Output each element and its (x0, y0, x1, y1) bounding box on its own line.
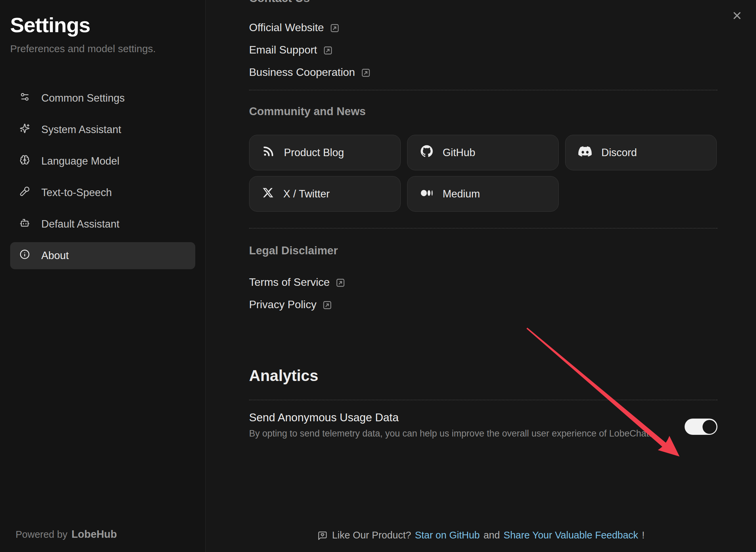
external-link-icon (361, 68, 371, 77)
sidebar-item-system-assistant[interactable]: System Assistant (10, 116, 195, 143)
mic-icon (20, 186, 30, 199)
sidebar-item-label: Common Settings (41, 92, 125, 104)
sidebar-nav: Common Settings System Assistant Languag… (10, 85, 195, 269)
share-feedback-link[interactable]: Share Your Valuable Feedback (504, 530, 638, 541)
legal-links: Terms of Service Privacy Policy (249, 275, 717, 311)
privacy-policy-link[interactable]: Privacy Policy (249, 298, 332, 311)
medium-icon (420, 188, 433, 200)
divider (249, 400, 717, 400)
link-label: Terms of Service (249, 276, 330, 289)
setting-description: By opting to send telemetry data, you ca… (249, 427, 651, 440)
official-website-link[interactable]: Official Website (249, 21, 339, 34)
link-label: Privacy Policy (249, 298, 316, 311)
star-on-github-link[interactable]: Star on GitHub (415, 530, 480, 541)
email-support-link[interactable]: Email Support (249, 43, 333, 57)
community-heading: Community and News (249, 105, 717, 118)
sidebar-item-about[interactable]: About (10, 242, 195, 269)
send-usage-data-toggle[interactable] (685, 419, 717, 435)
powered-by: Powered by LobeHub (16, 528, 117, 540)
discord-icon (578, 146, 592, 160)
external-link-icon (323, 45, 333, 55)
sparkles-icon (20, 123, 30, 136)
discord-button[interactable]: Discord (565, 135, 717, 170)
sidebar-item-label: System Assistant (41, 124, 121, 136)
medium-button[interactable]: Medium (407, 176, 559, 212)
github-button[interactable]: GitHub (407, 135, 559, 170)
toggle-knob (703, 420, 716, 434)
sidebar-item-language-model[interactable]: Language Model (10, 148, 195, 175)
button-label: Product Blog (284, 147, 344, 159)
x-twitter-button[interactable]: X / Twitter (249, 176, 401, 212)
external-link-icon (336, 278, 345, 287)
legal-heading: Legal Disclaimer (249, 244, 717, 257)
contact-us-heading: Contact Us (249, 0, 310, 5)
button-label: Medium (443, 188, 480, 200)
bot-icon (20, 218, 30, 231)
brain-icon (20, 155, 30, 168)
terms-of-service-link[interactable]: Terms of Service (249, 275, 345, 289)
external-link-icon (330, 23, 339, 33)
external-link-icon (323, 300, 332, 310)
about-content: Contact Us Official Website Email Suppor… (249, 0, 717, 440)
footer-text: Like Our Product? (332, 530, 411, 541)
link-label: Email Support (249, 44, 317, 56)
footer-text: and (484, 530, 500, 541)
settings-sidebar: Settings Preferences and model settings.… (0, 0, 206, 552)
send-usage-data-setting: Send Anonymous Usage Data By opting to s… (249, 410, 717, 440)
lobehub-logo[interactable]: LobeHub (71, 528, 117, 540)
rss-icon (262, 145, 274, 160)
github-icon (420, 145, 433, 161)
sidebar-item-common-settings[interactable]: Common Settings (10, 85, 195, 112)
business-cooperation-link[interactable]: Business Cooperation (249, 65, 371, 79)
about-panel: Contact Us Official Website Email Suppor… (206, 0, 756, 552)
button-label: X / Twitter (283, 188, 330, 200)
divider (249, 228, 717, 229)
info-icon (20, 249, 30, 262)
setting-label: Send Anonymous Usage Data (249, 410, 651, 425)
page-subtitle: Preferences and model settings. (10, 43, 195, 55)
sidebar-item-label: Language Model (41, 155, 119, 167)
sliders-icon (20, 92, 30, 105)
link-label: Business Cooperation (249, 66, 355, 79)
page-title: Settings (10, 12, 195, 38)
sidebar-item-label: About (41, 250, 69, 262)
x-twitter-icon (262, 187, 274, 201)
analytics-heading: Analytics (249, 366, 717, 385)
sidebar-item-label: Text-to-Speech (41, 187, 112, 199)
contact-links: Official Website Email Support Business … (249, 21, 717, 79)
button-label: Discord (601, 147, 637, 159)
close-icon (731, 10, 743, 23)
community-buttons: Product Blog GitHub Discord X / Twitter (249, 135, 717, 212)
divider (249, 90, 717, 90)
sidebar-item-default-assistant[interactable]: Default Assistant (10, 211, 195, 238)
powered-by-text: Powered by (16, 529, 67, 540)
sidebar-item-label: Default Assistant (41, 218, 119, 230)
feedback-footer: Like Our Product? Star on GitHub and Sha… (206, 530, 756, 541)
product-blog-button[interactable]: Product Blog (249, 135, 401, 170)
sidebar-item-text-to-speech[interactable]: Text-to-Speech (10, 179, 195, 206)
link-label: Official Website (249, 21, 324, 34)
setting-texts: Send Anonymous Usage Data By opting to s… (249, 410, 651, 440)
settings-modal: { "sidebar": { "title": "Settings", "sub… (0, 0, 756, 552)
message-heart-icon (317, 531, 328, 541)
button-label: GitHub (443, 147, 475, 159)
close-button[interactable] (730, 9, 744, 23)
footer-text: ! (642, 530, 645, 541)
